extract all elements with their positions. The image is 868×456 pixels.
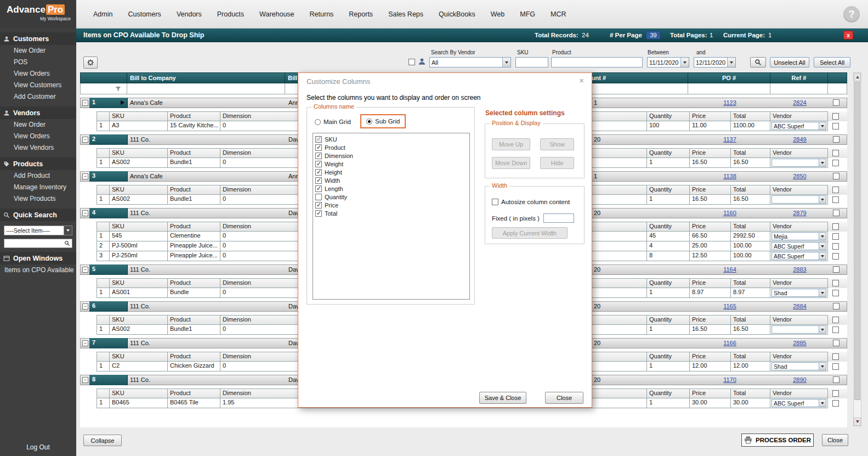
col-ref-number[interactable]: Ref #: [770, 72, 828, 83]
po-number-link[interactable]: 1170: [689, 376, 771, 383]
po-number-link[interactable]: 1138: [689, 173, 771, 179]
ref-number-link[interactable]: 2824: [771, 99, 829, 106]
sku-filter-input[interactable]: [515, 57, 548, 67]
sidebar-item-view-customers[interactable]: View Customers: [0, 80, 76, 91]
column-list-item[interactable]: Height: [315, 168, 469, 176]
per-page-input[interactable]: [646, 31, 661, 40]
item-checkbox[interactable]: [832, 326, 839, 333]
select-items-checkbox[interactable]: [832, 113, 839, 120]
ref-number-link[interactable]: 2890: [771, 376, 829, 383]
unselect-all-button[interactable]: Unselect All: [770, 57, 809, 67]
vendor-dropdown[interactable]: ABC Superf: [771, 242, 826, 250]
move-down-button[interactable]: Move Down: [492, 157, 530, 169]
po-number-link[interactable]: 1164: [689, 266, 771, 273]
subcol-sku[interactable]: SKU: [110, 111, 168, 121]
sidebar-header-customers[interactable]: Customers: [0, 32, 76, 45]
order-checkbox[interactable]: [833, 303, 839, 309]
sidebar-header-quick-search[interactable]: Quick Search: [0, 209, 76, 221]
order-checkbox[interactable]: [833, 99, 839, 106]
ref-number-link[interactable]: 2849: [771, 136, 829, 143]
menu-item-quickbooks[interactable]: QuickBooks: [431, 7, 483, 21]
hide-button[interactable]: Hide: [540, 157, 574, 169]
item-checkbox[interactable]: [832, 233, 839, 240]
product-filter-input[interactable]: [551, 57, 643, 67]
sidebar-header-products[interactable]: Products: [0, 157, 76, 170]
filter-cell[interactable]: [770, 83, 828, 94]
sidebar-item-vendors-view-orders[interactable]: View Orders: [0, 131, 76, 142]
order-checkbox[interactable]: [833, 266, 839, 273]
vendor-dropdown[interactable]: Shad: [771, 362, 826, 370]
column-list-item[interactable]: Product: [315, 143, 469, 151]
select-items-checkbox[interactable]: [832, 280, 839, 286]
sidebar-header-vendors[interactable]: Vendors: [0, 106, 76, 119]
scroll-up-button[interactable]: [854, 73, 861, 81]
po-number-link[interactable]: 1166: [689, 340, 771, 346]
subcol-vendor[interactable]: Vendor: [770, 111, 828, 121]
column-checkbox[interactable]: [315, 169, 322, 176]
close-page-button[interactable]: Close: [822, 434, 848, 446]
scrollbar-thumb[interactable]: [854, 82, 860, 400]
column-list-item[interactable]: Width: [315, 176, 469, 184]
column-checkbox[interactable]: [315, 194, 322, 200]
po-number-link[interactable]: 1160: [689, 210, 771, 216]
column-list-item[interactable]: Length: [315, 184, 469, 193]
ref-number-link[interactable]: 2879: [771, 210, 829, 216]
subcol-price[interactable]: Price: [690, 111, 731, 121]
vendor-dropdown[interactable]: [771, 159, 826, 167]
collapse-group-icon[interactable]: [82, 137, 88, 143]
sidebar-item-add-product[interactable]: Add Product: [0, 170, 76, 182]
item-checkbox[interactable]: [832, 160, 839, 166]
column-list-item[interactable]: Total: [315, 209, 469, 217]
column-list-item[interactable]: Dimension: [315, 151, 469, 160]
column-checkbox[interactable]: [315, 177, 322, 184]
close-window-button[interactable]: x: [843, 31, 853, 40]
po-number-link[interactable]: 1123: [689, 99, 771, 106]
col-bill-to-company[interactable]: Bill to Company: [127, 72, 285, 83]
autosize-checkbox[interactable]: [492, 199, 498, 205]
subcol-product[interactable]: Product: [168, 111, 220, 121]
filter-funnel-icon[interactable]: [115, 86, 121, 92]
quick-search-input[interactable]: [4, 240, 63, 247]
item-checkbox[interactable]: [832, 400, 839, 407]
subcol-total[interactable]: Total: [731, 111, 770, 121]
column-list-item[interactable]: Weight: [315, 160, 469, 168]
filter-cell[interactable]: [688, 83, 770, 94]
item-checkbox[interactable]: [832, 123, 839, 130]
column-list-item[interactable]: Quantity: [315, 193, 469, 201]
logout-button[interactable]: Log Out: [0, 443, 76, 451]
radio-icon[interactable]: [315, 119, 321, 125]
sidebar-item-customers-view-orders[interactable]: View Orders: [0, 68, 76, 80]
menu-item-web[interactable]: Web: [483, 7, 512, 21]
sidebar-item-customers-new-order[interactable]: New Order: [0, 45, 76, 57]
column-list-item[interactable]: Price: [315, 201, 469, 209]
date-from-dropdown[interactable]: 11/11/2020: [647, 57, 689, 67]
move-up-button[interactable]: Move Up: [492, 138, 530, 150]
select-items-checkbox[interactable]: [832, 353, 839, 360]
filter-cell[interactable]: [828, 83, 847, 94]
item-checkbox[interactable]: [832, 196, 839, 203]
date-to-dropdown[interactable]: 12/11/2020: [694, 57, 736, 67]
settings-gear-button[interactable]: [83, 57, 98, 69]
select-items-checkbox[interactable]: [832, 187, 839, 193]
dialog-close-button[interactable]: Close: [545, 392, 583, 404]
menu-item-customers[interactable]: Customers: [120, 7, 168, 21]
vendor-dropdown[interactable]: [771, 325, 826, 334]
subcol-quantity[interactable]: Quantity: [647, 111, 690, 121]
apply-current-width-button[interactable]: Apply Current Width: [492, 227, 568, 239]
order-checkbox[interactable]: [833, 210, 839, 216]
sub-grid-radio[interactable]: Sub Grid: [360, 114, 406, 128]
fixed-pixels-input[interactable]: [543, 213, 574, 223]
vendor-dropdown[interactable]: ABC Superf: [771, 399, 826, 407]
select-items-checkbox[interactable]: [832, 150, 839, 156]
dialog-close-icon[interactable]: ×: [579, 76, 584, 85]
collapse-group-icon[interactable]: [82, 377, 88, 383]
column-checkbox[interactable]: [315, 153, 322, 159]
help-button[interactable]: ?: [843, 6, 860, 22]
item-checkbox[interactable]: [832, 290, 839, 296]
po-number-link[interactable]: 1165: [689, 303, 771, 309]
menu-item-products[interactable]: Products: [209, 7, 252, 21]
collapse-group-icon[interactable]: [82, 267, 88, 273]
vendor-dropdown[interactable]: [771, 195, 826, 204]
vendor-dropdown[interactable]: Mejia: [771, 232, 826, 240]
ref-number-link[interactable]: 2884: [771, 303, 829, 309]
